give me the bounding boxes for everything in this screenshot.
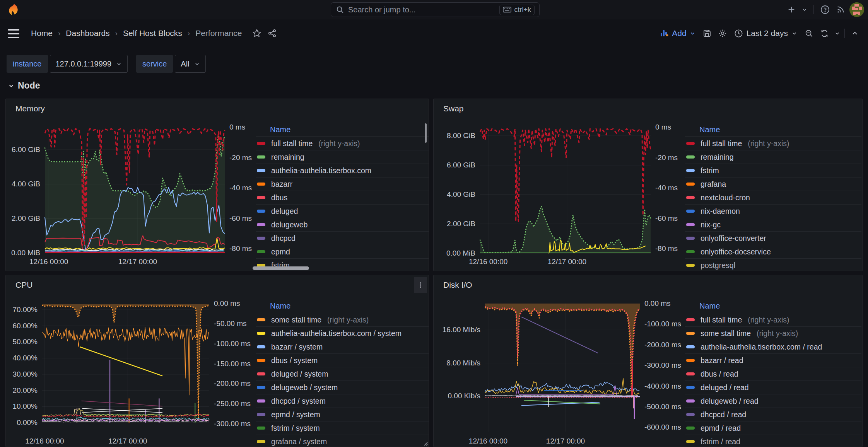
legend-item[interactable]: postgresql xyxy=(685,259,861,271)
legend-item[interactable]: full stall time (right y-axis) xyxy=(256,137,429,150)
y-axis-right-tick: -40 ms xyxy=(229,184,252,192)
y-axis-left-tick: 0.00 MiB xyxy=(11,249,40,257)
row-node-toggle[interactable]: Node xyxy=(8,80,40,91)
legend-item[interactable]: remaining xyxy=(685,150,861,164)
series-color-swatch xyxy=(686,250,695,253)
legend-header-name[interactable]: Name xyxy=(256,123,429,137)
y-axis-right-tick: -80 ms xyxy=(655,244,678,253)
legend-item[interactable]: delugeweb / system xyxy=(256,381,429,394)
legend-scrollbar-track[interactable] xyxy=(862,299,863,446)
legend-item[interactable]: fstrim / read xyxy=(685,435,861,447)
y-axis-right-tick: -20 ms xyxy=(655,154,678,162)
legend-item[interactable]: dhcpcd / read xyxy=(685,408,861,421)
share-button[interactable] xyxy=(267,26,278,41)
legend-item-label: full stall time xyxy=(701,316,742,324)
legend-item[interactable]: onlyoffice-docservice xyxy=(685,245,861,259)
grafana-logo[interactable] xyxy=(6,3,19,16)
refresh-button[interactable] xyxy=(817,26,832,41)
legend-item[interactable]: fstrim / system xyxy=(256,421,429,435)
legend-header-name[interactable]: Name xyxy=(685,123,861,137)
variable-service-select[interactable]: All xyxy=(175,55,205,73)
series-color-swatch xyxy=(686,386,695,389)
series-color-swatch xyxy=(686,332,695,335)
global-search[interactable]: ctrl+k xyxy=(331,2,540,17)
series-color-swatch xyxy=(686,359,695,362)
user-avatar[interactable] xyxy=(849,2,864,17)
legend-item[interactable]: some stall time (right y-axis) xyxy=(256,313,429,327)
breadcrumb-home[interactable]: Home xyxy=(31,29,53,38)
legend-item-label: fstrim / read xyxy=(701,437,740,446)
legend-item[interactable]: epmd / system xyxy=(256,408,429,421)
legend-item[interactable]: authelia-authelia.tiserbox.com / read xyxy=(685,340,861,354)
legend-item[interactable]: epmd xyxy=(256,245,429,259)
legend-item[interactable]: bazarr / read xyxy=(685,354,861,367)
legend-item[interactable]: full stall time (right y-axis) xyxy=(685,313,861,327)
legend-item[interactable]: onlyoffice-converter xyxy=(685,232,861,245)
favorite-star-button[interactable] xyxy=(251,26,263,41)
y-axis-left-tick: 30.00% xyxy=(13,370,38,379)
x-axis-tick: 12/16 00:00 xyxy=(25,437,64,445)
legend-item[interactable]: dbus / read xyxy=(685,367,861,381)
legend-item-label: nix-gc xyxy=(701,220,721,229)
legend-item[interactable]: deluged / read xyxy=(685,381,861,394)
legend-item[interactable]: dbus / system xyxy=(256,354,429,367)
legend-item[interactable]: delugeweb xyxy=(256,218,429,232)
variable-instance-select[interactable]: 127.0.0.1:19999 xyxy=(50,55,128,73)
legend-item[interactable]: dbus xyxy=(256,191,429,205)
legend-item[interactable]: remaining xyxy=(256,150,429,164)
legend-item[interactable]: delugeweb / read xyxy=(685,394,861,408)
legend-item[interactable]: bazarr / system xyxy=(256,340,429,354)
series-color-swatch xyxy=(257,237,265,240)
breadcrumb-dashboards[interactable]: Dashboards xyxy=(66,29,109,38)
search-input[interactable] xyxy=(348,5,496,14)
row-title: Node xyxy=(18,80,40,91)
legend-vertical-scrollbar[interactable] xyxy=(425,123,427,143)
news-button[interactable] xyxy=(834,3,847,16)
panel-resize-handle[interactable] xyxy=(422,440,428,446)
y-axis-right-tick: 0 ms xyxy=(229,123,245,131)
series-color-swatch xyxy=(257,332,265,335)
series-color-swatch xyxy=(686,142,695,145)
legend-item[interactable]: authelia-authelia.tiserbox.com xyxy=(256,164,429,177)
legend-item[interactable]: fstrim xyxy=(685,164,861,177)
dashboard-settings-button[interactable] xyxy=(715,26,730,41)
legend-item[interactable]: grafana / system xyxy=(256,435,429,447)
new-menu-button[interactable] xyxy=(785,3,798,16)
series-color-swatch xyxy=(686,237,695,240)
legend-item[interactable]: grafana xyxy=(685,177,861,191)
legend-item[interactable]: full stall time (right y-axis) xyxy=(685,137,861,150)
legend-header-name[interactable]: Name xyxy=(256,299,429,313)
collapse-toolbar-button[interactable] xyxy=(847,26,863,41)
legend-item-label: delugeweb xyxy=(271,220,308,229)
legend-header-name[interactable]: Name xyxy=(685,299,861,313)
legend-item[interactable]: deluged xyxy=(256,205,429,218)
new-menu-chevron[interactable] xyxy=(800,3,809,16)
keyboard-shortcut-badge: ctrl+k xyxy=(499,5,535,15)
legend-item[interactable]: nix-gc xyxy=(685,218,861,232)
search-icon xyxy=(336,5,344,14)
legend-scrollbar-track[interactable] xyxy=(862,123,863,270)
legend-item[interactable]: authelia-authelia.tiserbox.com / system xyxy=(256,327,429,340)
y-axis-left-tick: 8.00 Mib/s xyxy=(446,359,480,367)
legend-item[interactable]: some stall time (right y-axis) xyxy=(685,327,861,340)
zoom-out-button[interactable] xyxy=(801,26,817,41)
legend-item[interactable]: epmd / read xyxy=(685,421,861,435)
add-panel-button[interactable]: Add xyxy=(656,29,699,38)
x-axis-tick: 12/17 00:00 xyxy=(548,258,586,266)
help-button[interactable] xyxy=(818,3,832,16)
time-range-picker[interactable]: Last 2 days xyxy=(730,29,801,38)
breadcrumb-folder[interactable]: Self Host Blocks xyxy=(123,29,182,38)
legend-item[interactable]: nextcloud-cron xyxy=(685,191,861,205)
legend-item[interactable]: dhcpcd xyxy=(256,232,429,245)
mega-menu-toggle[interactable] xyxy=(8,29,19,38)
legend-item[interactable]: dhcpcd / system xyxy=(256,394,429,408)
legend-item-label: authelia-authelia.tiserbox.com / system xyxy=(271,329,402,338)
legend-item[interactable]: deluged / system xyxy=(256,367,429,381)
legend-item[interactable]: nix-daemon xyxy=(685,205,861,218)
refresh-interval-chevron[interactable] xyxy=(832,26,842,41)
legend-item[interactable]: bazarr xyxy=(256,177,429,191)
series-color-swatch xyxy=(257,142,265,145)
legend-horizontal-scrollbar[interactable] xyxy=(253,266,309,270)
series-color-swatch xyxy=(257,399,265,403)
save-dashboard-button[interactable] xyxy=(699,26,715,41)
